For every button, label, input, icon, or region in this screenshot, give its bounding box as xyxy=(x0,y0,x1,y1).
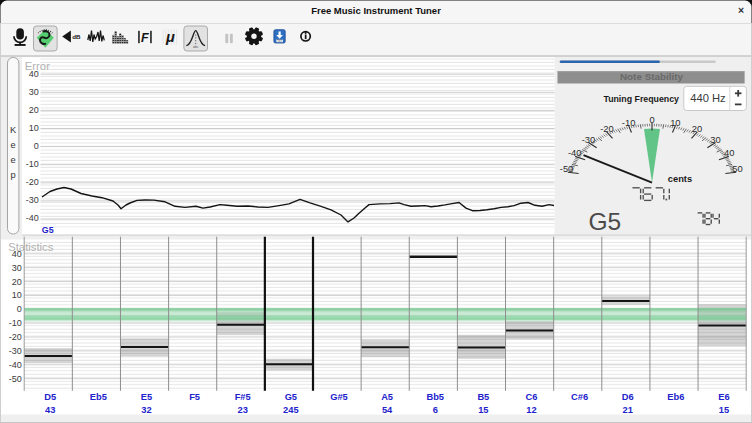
svg-text:B5: B5 xyxy=(477,392,489,402)
svg-text:e: e xyxy=(11,155,16,165)
svg-text:30: 30 xyxy=(29,87,39,97)
svg-text:10: 10 xyxy=(670,117,680,128)
svg-text:-50: -50 xyxy=(9,374,22,384)
svg-text:D6: D6 xyxy=(622,392,634,402)
svg-text:0: 0 xyxy=(17,304,22,314)
svg-text:abc: abc xyxy=(193,45,199,49)
svg-text:-10: -10 xyxy=(622,117,636,128)
svg-text:-30: -30 xyxy=(582,134,596,145)
svg-text:G5: G5 xyxy=(285,392,297,402)
svg-text:μ: μ xyxy=(165,29,175,45)
svg-text:TXT: TXT xyxy=(277,39,282,43)
svg-text:245: 245 xyxy=(283,405,299,415)
svg-text:Error: Error xyxy=(25,60,50,72)
svg-text:G#5: G#5 xyxy=(330,392,348,402)
svg-text:43: 43 xyxy=(45,405,55,415)
svg-text:-20: -20 xyxy=(9,332,22,342)
svg-text:15: 15 xyxy=(719,405,729,415)
svg-text:12: 12 xyxy=(526,405,536,415)
svg-text:p: p xyxy=(11,170,16,180)
svg-text:Eb5: Eb5 xyxy=(90,392,107,402)
svg-text:C#6: C#6 xyxy=(571,392,588,402)
svg-text:0: 0 xyxy=(34,141,39,151)
svg-text:cents: cents xyxy=(668,174,692,184)
svg-text:D5: D5 xyxy=(44,392,56,402)
svg-text:-40: -40 xyxy=(9,360,22,370)
svg-text:23: 23 xyxy=(238,405,248,415)
svg-text:54: 54 xyxy=(382,405,393,415)
svg-text:-10: -10 xyxy=(26,159,39,169)
svg-text:-50: -50 xyxy=(560,163,574,174)
svg-text:×: × xyxy=(738,4,744,16)
svg-text:E5: E5 xyxy=(141,392,152,402)
svg-text:20: 20 xyxy=(12,277,22,287)
svg-text:15: 15 xyxy=(478,405,488,415)
svg-text:-30: -30 xyxy=(9,346,22,356)
svg-text:-20: -20 xyxy=(26,177,39,187)
svg-text:e: e xyxy=(11,140,16,150)
svg-text:Eb6: Eb6 xyxy=(667,392,684,402)
svg-text:Tuning Frequency: Tuning Frequency xyxy=(603,94,679,104)
svg-text:6: 6 xyxy=(433,405,438,415)
svg-text:21: 21 xyxy=(623,405,633,415)
svg-text:-40: -40 xyxy=(568,147,582,158)
svg-text:20: 20 xyxy=(29,105,39,115)
svg-text:F: F xyxy=(141,31,149,45)
svg-text:50: 50 xyxy=(732,163,742,174)
svg-text:30: 30 xyxy=(710,134,720,145)
svg-text:F5: F5 xyxy=(189,392,200,402)
svg-text:32: 32 xyxy=(141,405,151,415)
svg-text:A5: A5 xyxy=(381,392,393,402)
svg-text:-40: -40 xyxy=(26,213,39,223)
svg-text:G5: G5 xyxy=(589,208,622,235)
svg-text:C6: C6 xyxy=(526,392,538,402)
svg-text:0: 0 xyxy=(649,114,654,125)
svg-text:dB: dB xyxy=(72,33,81,40)
svg-text:K: K xyxy=(10,125,17,135)
svg-text:E6: E6 xyxy=(718,392,729,402)
svg-text:Statistics: Statistics xyxy=(8,241,54,253)
svg-text:Note Stability: Note Stability xyxy=(620,71,684,82)
svg-text:10: 10 xyxy=(29,123,39,133)
svg-text:-20: -20 xyxy=(600,123,614,134)
svg-text:F#5: F#5 xyxy=(235,392,251,402)
svg-text:G5: G5 xyxy=(42,225,54,235)
svg-text:30: 30 xyxy=(12,263,22,273)
svg-text:10: 10 xyxy=(12,290,22,300)
svg-text:Free Music Instrument Tuner: Free Music Instrument Tuner xyxy=(311,5,441,16)
svg-text:40: 40 xyxy=(724,147,734,158)
svg-text:440 Hz: 440 Hz xyxy=(690,92,726,104)
svg-text:-10: -10 xyxy=(9,318,22,328)
svg-text:-30: -30 xyxy=(26,195,39,205)
svg-text:Bb5: Bb5 xyxy=(426,392,444,402)
svg-text:20: 20 xyxy=(692,123,702,134)
